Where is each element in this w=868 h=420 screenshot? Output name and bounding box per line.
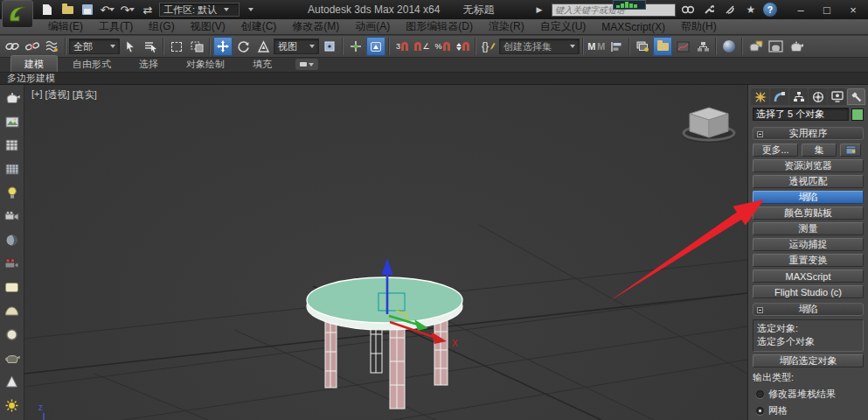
- percent-snap-icon[interactable]: %: [433, 37, 452, 56]
- use-pivot-center-icon[interactable]: [320, 37, 339, 56]
- dome-primitive-icon[interactable]: [3, 302, 21, 319]
- mirror-icon[interactable]: M M: [587, 37, 606, 56]
- viewport-pov-menu[interactable]: [透视]: [45, 88, 70, 102]
- perspective-viewport[interactable]: [+] [透视] [真实]: [24, 85, 747, 420]
- select-and-link-icon[interactable]: [3, 37, 22, 56]
- ribbon-tab-freeform[interactable]: 自由形式: [59, 56, 124, 72]
- menu-help[interactable]: 帮助(H): [673, 18, 725, 35]
- select-and-rotate-icon[interactable]: [233, 37, 253, 56]
- angle-snap-icon[interactable]: ∠: [413, 37, 432, 56]
- menu-animation[interactable]: 动画(A): [347, 18, 398, 35]
- application-menu-button[interactable]: [2, 0, 33, 28]
- ribbon-tab-object-paint[interactable]: 对象绘制: [173, 56, 238, 72]
- select-by-name-icon[interactable]: [141, 37, 160, 56]
- sun-primitive-icon[interactable]: [3, 396, 21, 414]
- menu-maxscript[interactable]: MAXScript(X): [594, 20, 673, 34]
- menu-edit[interactable]: 编辑(E): [40, 18, 91, 35]
- utility-collapse-button[interactable]: 塌陷: [753, 191, 864, 204]
- ribbon-tab-populate[interactable]: 填充: [240, 56, 285, 72]
- menu-customize[interactable]: 自定义(U): [532, 18, 594, 35]
- tab-motion[interactable]: [809, 88, 827, 105]
- collapse-selected-button[interactable]: 塌陷选定对象: [753, 354, 864, 368]
- spreadsheet-icon[interactable]: [3, 136, 21, 154]
- tab-hierarchy[interactable]: [789, 88, 808, 105]
- keyboard-shortcut-override-icon[interactable]: [366, 37, 385, 56]
- ribbon-minimize-button[interactable]: [295, 59, 318, 70]
- utility-flight-studio-button[interactable]: Flight Studio (c): [753, 285, 864, 298]
- render-setup-icon[interactable]: [746, 37, 765, 56]
- polygon-modeling-panel-label[interactable]: 多边形建模: [7, 72, 55, 85]
- workspace-dropdown[interactable]: 工作区: 默认: [159, 3, 240, 17]
- utility-reset-xform-button[interactable]: 重置变换: [753, 254, 864, 267]
- utility-sets-button[interactable]: 集: [802, 144, 837, 157]
- sphere-moon-icon[interactable]: [3, 231, 21, 248]
- more-utilities-button[interactable]: 更多...: [753, 144, 798, 157]
- teapot-primitive-icon[interactable]: [3, 349, 21, 367]
- object-color-swatch[interactable]: [851, 108, 864, 121]
- tab-utilities[interactable]: [847, 88, 865, 105]
- snap-toggle-3d-icon[interactable]: 3: [392, 37, 412, 56]
- selection-filter-dropdown[interactable]: 全部: [69, 38, 120, 54]
- spinner-snap-icon[interactable]: [453, 37, 472, 56]
- cone-primitive-icon[interactable]: [3, 373, 21, 390]
- utilities-rollout-header[interactable]: 实用程序: [753, 127, 864, 140]
- menu-views[interactable]: 视图(V): [183, 18, 233, 35]
- configure-button-sets-button[interactable]: [840, 144, 861, 157]
- menu-create[interactable]: 创建(C): [233, 18, 285, 35]
- subscription-wrench-icon[interactable]: [700, 3, 718, 18]
- viewport-shading-menu[interactable]: [真实]: [73, 88, 97, 102]
- radio-modifier-stack-result[interactable]: [756, 390, 764, 398]
- lightbulb-icon[interactable]: [3, 184, 21, 201]
- named-selection-sets-field[interactable]: 创建选择集: [499, 38, 580, 54]
- menu-group[interactable]: 组(G): [141, 18, 182, 35]
- edit-named-selection-sets-icon[interactable]: {}: [479, 37, 498, 56]
- box-primitive-icon[interactable]: [3, 278, 21, 296]
- ribbon-tab-modeling[interactable]: 建模: [10, 55, 58, 72]
- curve-editor-icon[interactable]: [673, 37, 692, 56]
- render-production-icon[interactable]: [786, 37, 805, 56]
- unlink-selection-icon[interactable]: [23, 37, 42, 56]
- radio-mesh[interactable]: [756, 407, 764, 415]
- menu-rendering[interactable]: 渲染(R): [481, 18, 532, 35]
- rectangular-selection-region-icon[interactable]: [167, 37, 186, 56]
- rendered-frame-window-icon[interactable]: [766, 37, 785, 56]
- utility-color-clipboard-button[interactable]: 颜色剪贴板: [753, 206, 864, 220]
- help-icon[interactable]: ?: [763, 3, 777, 17]
- utility-maxscript-button[interactable]: MAXScript: [753, 270, 864, 283]
- workspace-flyout-button[interactable]: [242, 3, 260, 18]
- search-go-icon[interactable]: ▶: [531, 3, 548, 18]
- save-file-button[interactable]: [79, 3, 96, 18]
- utility-asset-browser-button[interactable]: 资源浏览器: [753, 159, 864, 172]
- output-type-option-stack[interactable]: 修改器堆栈结果: [756, 388, 864, 401]
- select-and-scale-icon[interactable]: [253, 37, 273, 56]
- red-camera-icon[interactable]: [3, 255, 21, 272]
- select-object-icon[interactable]: [121, 37, 140, 56]
- graphite-modeling-toggle-icon[interactable]: [653, 37, 672, 56]
- viewport-general-menu[interactable]: [+]: [31, 88, 43, 102]
- window-crossing-icon[interactable]: [187, 37, 206, 56]
- align-icon[interactable]: [607, 37, 626, 56]
- material-editor-icon[interactable]: [719, 37, 739, 56]
- image-viewer-icon[interactable]: [3, 113, 21, 130]
- collapse-rollout-header[interactable]: 塌陷: [753, 303, 864, 316]
- select-and-move-icon[interactable]: [213, 37, 233, 56]
- maximize-button[interactable]: □: [814, 2, 840, 18]
- redo-dropdown-icon[interactable]: [129, 8, 135, 11]
- undo-dropdown-icon[interactable]: [109, 8, 115, 11]
- select-and-manipulate-icon[interactable]: [346, 37, 365, 56]
- reference-coordinate-dropdown[interactable]: 视图: [274, 38, 319, 54]
- undo-button[interactable]: ↶: [99, 3, 116, 18]
- manage-layers-icon[interactable]: [633, 37, 652, 56]
- bind-to-space-warp-icon[interactable]: [43, 37, 62, 56]
- utility-measure-button[interactable]: 测量: [753, 222, 864, 235]
- tab-create[interactable]: [751, 88, 769, 105]
- object-name-field[interactable]: 选择了 5 个对象: [753, 108, 849, 121]
- redo-button[interactable]: ↷: [119, 3, 136, 18]
- utility-perspective-match-button[interactable]: 透视匹配: [753, 175, 864, 188]
- view-cube[interactable]: [683, 108, 735, 143]
- communication-center-icon[interactable]: [721, 3, 739, 18]
- table-grid-icon[interactable]: [3, 160, 21, 178]
- utility-motion-capture-button[interactable]: 运动捕捉: [753, 238, 864, 251]
- open-file-button[interactable]: [59, 3, 76, 18]
- tab-display[interactable]: [828, 88, 846, 105]
